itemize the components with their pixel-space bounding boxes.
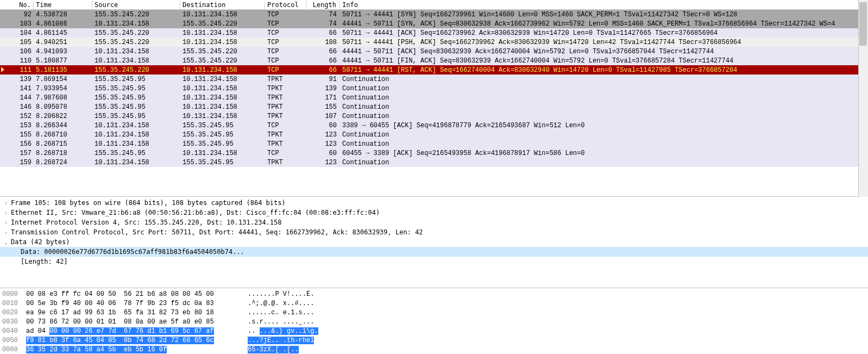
chevron-down-icon[interactable]: ⌄ [2,239,10,245]
cell-info: 44441 → 50711 [ACK] Seq=830632939 Ack=16… [340,48,868,55]
hex-row[interactable]: 0040ad 04 00 00 00 26 e7 7d 67 76 d1 b1 … [2,326,866,336]
cell-len: 139 [306,85,340,92]
cell-time: 7.987608 [34,94,92,102]
cell-src: 10.131.234.158 [92,20,180,28]
cell-time: 4.941093 [34,48,92,55]
tree-data-value[interactable]: Data: 00000026e77d6776d1b1695c67aff981b8… [0,247,868,257]
cell-time: 8.268710 [34,131,92,139]
packet-list-body[interactable]: 924.538728155.35.245.22010.131.234.158TC… [0,10,868,167]
packet-row[interactable]: 1598.26872410.131.234.158155.35.245.95TP… [0,158,868,167]
tree-frame[interactable]: › Frame 105: 108 bytes on wire (864 bits… [0,198,868,208]
tree-data-header[interactable]: ⌄ Data (42 bytes) [0,237,868,247]
packet-row[interactable]: 1105.18087710.131.234.158155.35.245.220T… [0,56,868,65]
packet-row[interactable]: 924.538728155.35.245.22010.131.234.158TC… [0,10,868,19]
packet-row[interactable]: 1044.861145155.35.245.22010.131.234.158T… [0,28,868,38]
cell-no: 156 [0,140,34,148]
packet-row[interactable]: 1568.26871510.131.234.158155.35.245.95TP… [0,139,868,148]
cell-info: Continuation [340,140,868,148]
col-header-no[interactable]: No. [0,1,34,9]
hex-row[interactable]: 001000 5e 3b f9 40 00 40 06 78 7f 9b 23 … [2,299,866,308]
cell-src: 155.35.245.220 [92,29,180,37]
cell-no: 153 [0,122,34,129]
col-header-length[interactable]: Length [306,1,340,9]
hex-row[interactable]: 000000 08 e3 ff fc 04 00 50 56 21 b6 a8 … [2,289,866,299]
packet-row[interactable]: 1064.94109310.131.234.158155.35.245.220T… [0,47,868,56]
col-header-source[interactable]: Source [92,1,180,9]
packet-row[interactable]: 1417.933954155.35.245.9510.131.234.158TP… [0,84,868,93]
cell-dst: 10.131.234.158 [180,11,265,18]
cell-no: 92 [0,11,34,18]
cell-proto: TCP [265,11,306,18]
col-header-destination[interactable]: Destination [180,1,265,9]
scrollbar-thumb[interactable] [859,2,867,46]
col-header-info[interactable]: Info [340,1,868,9]
packet-row[interactable]: 1447.987608155.35.245.9510.131.234.158TP… [0,93,868,102]
cell-proto: TCP [265,29,306,37]
cell-proto: TCP [265,57,306,65]
hex-row[interactable]: 0050f9 81 b8 3f 6a 45 04 05 0b 74 68 2d … [2,336,866,345]
packet-row[interactable]: 1397.869154155.35.245.9510.131.234.158TP… [0,74,868,84]
packet-row[interactable]: 1578.268718155.35.245.9510.131.234.158TC… [0,148,868,158]
cell-proto: TPKT [265,94,306,102]
tree-ip-text: Internet Protocol Version 4, Src: 155.35… [10,219,282,226]
hex-offset: 0050 [2,337,26,344]
hex-row[interactable]: 003000 73 86 72 00 00 01 01 08 0a 00 ae … [2,317,866,326]
hex-row[interactable]: 006036 35 2d 33 7a 58 a4 5b eb 5b 16 0f6… [2,345,866,354]
packet-row[interactable]: 1558.26871010.131.234.158155.35.245.95TP… [0,130,868,139]
packet-list-header[interactable]: No. Time Source Destination Protocol Len… [0,0,868,10]
cell-dst: 155.35.245.220 [180,48,265,55]
hex-row[interactable]: 0020ea 9e c6 17 ad 99 63 1b 65 fa 31 82 … [2,308,866,317]
cell-len: 66 [306,29,340,37]
cell-info: 44441 → 50711 [FIN, ACK] Seq=830632939 A… [340,57,868,65]
cell-len: 60 [306,122,340,129]
cell-time: 8.206822 [34,113,92,120]
packet-row[interactable]: 1054.940251155.35.245.22010.131.234.158T… [0,38,868,47]
cell-src: 155.35.245.220 [92,39,180,46]
chevron-right-icon[interactable]: › [2,200,10,206]
scrollbar[interactable] [858,0,868,197]
cell-info: 50711 → 44441 [RST, ACK] Seq=1662740004 … [340,66,868,74]
hex-bytes: 00 5e 3b f9 40 00 40 06 78 7f 9b 23 f5 d… [26,300,243,307]
tree-data-length[interactable]: [Length: 42] [0,257,868,266]
hex-offset: 0000 [2,290,26,298]
tree-tcp[interactable]: › Transmission Control Protocol, Src Por… [0,227,868,237]
cell-time: 4.538728 [34,11,92,18]
cell-dst: 155.35.245.95 [180,122,265,129]
cell-no: 110 [0,57,34,65]
packet-row[interactable]: 1528.206822155.35.245.9510.131.234.158TP… [0,111,868,121]
cell-time: 8.268715 [34,140,92,148]
chevron-right-icon[interactable]: › [2,210,10,216]
cell-time: 4.861086 [34,20,92,28]
cell-dst: 10.131.234.158 [180,113,265,120]
tree-ip[interactable]: › Internet Protocol Version 4, Src: 155.… [0,218,868,227]
chevron-right-icon[interactable]: › [2,220,10,226]
tree-ethernet[interactable]: › Ethernet II, Src: Vmware_21:b6:a8 (00:… [0,208,868,218]
cell-src: 10.131.234.158 [92,159,180,166]
col-header-time[interactable]: Time [34,1,92,9]
packet-details-pane[interactable]: › Frame 105: 108 bytes on wire (864 bits… [0,197,868,288]
chevron-right-icon[interactable]: › [2,229,10,235]
cell-info: Continuation [340,113,868,120]
cell-proto: TCP [265,122,306,129]
cell-time: 5.181135 [34,66,92,74]
packet-bytes-pane[interactable]: 000000 08 e3 ff fc 04 00 50 56 21 b6 a8 … [0,288,868,354]
packet-row[interactable]: 1115.181135155.35.245.22010.131.234.158T… [0,65,868,74]
tree-data-length-text: [Length: 42] [20,258,68,265]
packet-row[interactable]: 1538.26634410.131.234.158155.35.245.95TC… [0,121,868,130]
packet-row[interactable]: 1468.095078155.35.245.9510.131.234.158TP… [0,102,868,111]
cell-len: 123 [306,131,340,139]
packet-list-pane[interactable]: No. Time Source Destination Protocol Len… [0,0,868,197]
cell-len: 123 [306,140,340,148]
cell-proto: TCP [265,150,306,157]
cell-proto: TCP [265,39,306,46]
cell-time: 7.933954 [34,85,92,92]
cell-len: 66 [306,48,340,55]
hex-ascii: ...?jE.. .th-rhel [243,337,314,344]
cell-info: 60455 → 3389 [ACK] Seq=2165493958 Ack=41… [340,150,868,157]
hex-ascii: .......P V!....E. [243,290,314,298]
cell-dst: 155.35.245.95 [180,131,265,139]
tree-tcp-text: Transmission Control Protocol, Src Port:… [10,228,423,236]
cell-info: Continuation [340,85,868,92]
col-header-protocol[interactable]: Protocol [265,1,306,9]
packet-row[interactable]: 1034.86108610.131.234.158155.35.245.220T… [0,19,868,28]
